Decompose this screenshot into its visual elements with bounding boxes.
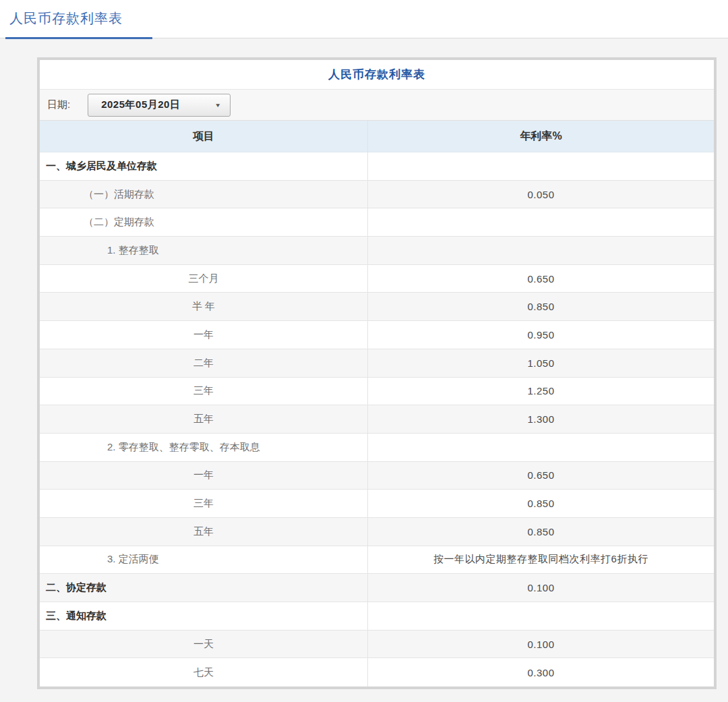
- item-cell: 二年: [40, 349, 368, 377]
- item-cell: 3. 定活两便: [40, 546, 368, 574]
- page-header: 人民币存款利率表: [0, 0, 728, 38]
- item-cell: 一天: [40, 631, 368, 658]
- item-cell: 五年: [40, 405, 368, 433]
- table-row: 一年 0.950: [40, 321, 714, 349]
- table-row: 三个月 0.650: [40, 265, 714, 293]
- date-filter-row: 日期: 2025年05月20日 ▼: [40, 90, 714, 121]
- table-row: 三年 0.850: [40, 490, 714, 518]
- rate-cell: [368, 602, 714, 630]
- table-row: 二年 1.050: [40, 349, 714, 378]
- rate-cell: 0.950: [368, 321, 714, 349]
- item-cell: 五年: [40, 518, 368, 546]
- rate-cell: 0.100: [368, 574, 714, 602]
- item-cell: 一、城乡居民及单位存款: [40, 152, 368, 180]
- page-title: 人民币存款利率表: [9, 9, 123, 28]
- rate-cell: 0.650: [368, 265, 714, 293]
- rate-cell: [368, 152, 714, 180]
- table-row: （二）定期存款: [40, 208, 714, 237]
- rate-cell: 0.850: [368, 518, 714, 546]
- item-cell: 1. 整存整取: [40, 237, 368, 264]
- table-row: 3. 定活两便 按一年以内定期整存整取同档次利率打6折执行: [40, 546, 714, 575]
- rate-cell: 0.850: [368, 293, 714, 320]
- item-cell: 一年: [40, 462, 368, 490]
- date-dropdown[interactable]: 2025年05月20日 ▼: [88, 94, 231, 117]
- item-cell: 二、协定存款: [40, 574, 368, 602]
- rate-cell: 0.850: [368, 490, 714, 517]
- rate-table-panel: 人民币存款利率表 日期: 2025年05月20日 ▼ 项目 年利率% 一、城乡居…: [37, 57, 717, 689]
- table-row: 五年 1.300: [40, 405, 714, 434]
- rate-cell: 1.300: [368, 405, 714, 433]
- rate-table: 项目 年利率% 一、城乡居民及单位存款 （一）活期存款 0.050 （二）定期存…: [40, 121, 714, 686]
- active-tab-underline: [5, 37, 152, 39]
- item-cell: （一）活期存款: [40, 181, 368, 208]
- table-row: 一年 0.650: [40, 462, 714, 490]
- column-header-rate: 年利率%: [368, 121, 714, 152]
- rate-cell: [368, 208, 714, 236]
- rate-cell: 0.650: [368, 462, 714, 490]
- column-header-item: 项目: [40, 121, 368, 152]
- item-cell: 三年: [40, 490, 368, 517]
- chevron-down-icon: ▼: [214, 102, 221, 108]
- panel-title-row: 人民币存款利率表: [40, 60, 714, 90]
- table-row: 2. 零存整取、整存零取、存本取息: [40, 434, 714, 462]
- table-row: 三、通知存款: [40, 602, 714, 631]
- date-dropdown-value: 2025年05月20日: [101, 98, 180, 111]
- item-cell: 三、通知存款: [40, 602, 368, 630]
- table-row: 一、城乡居民及单位存款: [40, 152, 714, 181]
- rate-cell: [368, 434, 714, 461]
- item-cell: 三个月: [40, 265, 368, 293]
- rate-cell: 0.050: [368, 181, 714, 208]
- panel-title: 人民币存款利率表: [328, 67, 425, 82]
- table-row: 七天 0.300: [40, 658, 714, 686]
- item-cell: 一年: [40, 321, 368, 349]
- table-row: 三年 1.250: [40, 378, 714, 406]
- rate-cell: 0.100: [368, 631, 714, 658]
- rate-cell: 1.050: [368, 349, 714, 377]
- rate-cell: [368, 237, 714, 264]
- table-row: 二、协定存款 0.100: [40, 574, 714, 602]
- table-row: 五年 0.850: [40, 518, 714, 546]
- table-row: （一）活期存款 0.050: [40, 181, 714, 209]
- item-cell: 七天: [40, 658, 368, 686]
- item-cell: 2. 零存整取、整存零取、存本取息: [40, 434, 368, 461]
- table-header-row: 项目 年利率%: [40, 121, 714, 152]
- date-label: 日期:: [47, 98, 70, 111]
- rate-cell: 0.300: [368, 658, 714, 686]
- rate-cell: 1.250: [368, 378, 714, 405]
- rate-cell: 按一年以内定期整存整取同档次利率打6折执行: [368, 546, 714, 574]
- table-row: 1. 整存整取: [40, 237, 714, 265]
- item-cell: 三年: [40, 378, 368, 405]
- item-cell: 半 年: [40, 293, 368, 320]
- table-row: 一天 0.100: [40, 631, 714, 659]
- table-body: 一、城乡居民及单位存款 （一）活期存款 0.050 （二）定期存款 1. 整存整…: [40, 152, 714, 686]
- item-cell: （二）定期存款: [40, 208, 368, 236]
- table-row: 半 年 0.850: [40, 293, 714, 321]
